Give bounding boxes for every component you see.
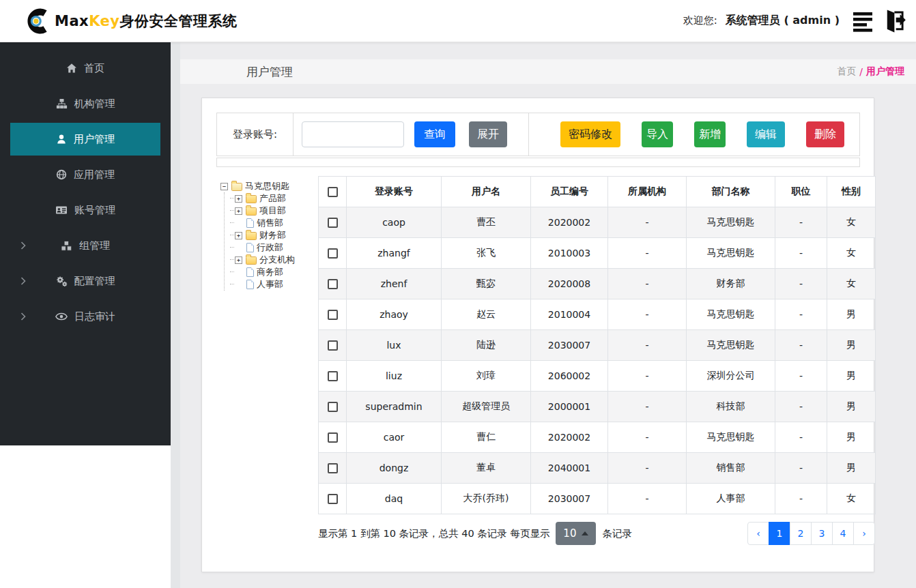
- tree-node-label: 马克思钥匙: [245, 180, 289, 192]
- table-row[interactable]: zhenf甄宓 2020008- 财务部- 女: [319, 269, 876, 299]
- page-button-3[interactable]: 3: [811, 522, 833, 545]
- sidebar-item-home[interactable]: 首页: [0, 50, 171, 86]
- sidebar-splitter: [171, 42, 180, 588]
- folder-icon: [246, 195, 257, 203]
- page-size-dropdown[interactable]: 10: [556, 522, 596, 545]
- table-row[interactable]: lux陆逊 2030007- 马克思钥匙- 男: [319, 330, 876, 361]
- table-row[interactable]: caor曹仁 2020002- 马克思钥匙- 男: [319, 422, 876, 453]
- tree-node-label: 人事部: [257, 278, 283, 291]
- file-icon: [246, 218, 254, 228]
- folder-icon: [246, 207, 257, 216]
- user-icon: [56, 134, 67, 145]
- select-all-checkbox[interactable]: [328, 187, 338, 197]
- sidebar-item-group-mgmt[interactable]: 组管理: [0, 228, 171, 263]
- sidebar-item-account-mgmt[interactable]: 账号管理: [0, 192, 171, 228]
- row-checkbox[interactable]: [328, 218, 338, 228]
- maxkey-logo-icon: [25, 8, 52, 35]
- sidebar-item-user-mgmt[interactable]: 用户管理: [10, 123, 160, 156]
- tree-node-label: 财务部: [259, 229, 286, 241]
- sidebar-item-org-mgmt[interactable]: 机构管理: [0, 86, 171, 121]
- import-button[interactable]: 导入: [642, 121, 673, 147]
- folder-icon: [246, 256, 257, 265]
- next-page-button[interactable]: ›: [853, 522, 875, 545]
- tree-node[interactable]: + 财务部: [230, 229, 318, 241]
- sidebar-item-label: 组管理: [79, 239, 110, 252]
- tree-expand-icon[interactable]: +: [235, 207, 242, 215]
- delete-button[interactable]: 删除: [806, 121, 844, 147]
- table-row[interactable]: dongz董卓 2040001- 销售部- 男: [319, 453, 876, 484]
- logout-icon[interactable]: [879, 8, 906, 34]
- row-checkbox[interactable]: [328, 248, 338, 259]
- table-row[interactable]: superadmin超级管理员 2000001- 科技部- 男: [319, 392, 876, 422]
- tree-node-label: 产品部: [259, 192, 286, 205]
- id-card-icon: [55, 205, 68, 216]
- main-content: 用户管理 首页 / 用户管理 登录账号: 查询 展开 密码修改 导入 新增 编辑…: [180, 42, 916, 588]
- tree-expand-icon[interactable]: +: [235, 256, 242, 264]
- table-row[interactable]: liuz刘璋 2060002- 深圳分公司- 男: [319, 361, 876, 392]
- tree-collapse-icon[interactable]: −: [220, 183, 228, 190]
- tree-node[interactable]: + 分支机构: [230, 254, 318, 266]
- pagination-info-suffix: 条记录: [602, 527, 632, 540]
- page-button-2[interactable]: 2: [790, 522, 812, 545]
- list-menu-icon[interactable]: [852, 9, 876, 33]
- page-button-1[interactable]: 1: [769, 522, 790, 545]
- row-checkbox[interactable]: [328, 279, 338, 289]
- sidebar-item-log-audit[interactable]: 日志审计: [0, 299, 171, 334]
- sidebar-item-label: 配置管理: [74, 275, 115, 288]
- sidebar-item-label: 首页: [84, 62, 104, 75]
- home-icon: [66, 63, 77, 74]
- folder-icon: [246, 232, 257, 240]
- action-buttons: 密码修改 导入 新增 编辑 删除: [560, 121, 859, 147]
- sidebar: 首页 机构管理 用户管理 应用管理 账号管理 组管理: [0, 42, 171, 445]
- body-row: − 马克思钥匙 + 产品部 + 项目部: [220, 176, 874, 545]
- tree-node-root[interactable]: − 马克思钥匙: [220, 180, 318, 192]
- row-checkbox[interactable]: [328, 371, 338, 381]
- table-row[interactable]: zhangf张飞 2010003- 马克思钥匙- 女: [319, 238, 876, 269]
- add-button[interactable]: 新增: [694, 121, 726, 147]
- search-toolbar: 登录账号: 查询 展开 密码修改 导入 新增 编辑 删除: [216, 113, 860, 156]
- tree-node[interactable]: 人事部: [230, 278, 318, 291]
- password-modify-button[interactable]: 密码修改: [560, 121, 620, 147]
- tree-node[interactable]: 行政部: [230, 241, 318, 254]
- breadcrumb-home-link[interactable]: 首页: [837, 65, 856, 78]
- users-table-panel: 登录账号 用户名 员工编号 所属机构 部门名称 职位 性别 caop曹丕: [318, 176, 875, 545]
- row-checkbox[interactable]: [328, 402, 338, 412]
- sidebar-item-config-mgmt[interactable]: 配置管理: [0, 263, 171, 299]
- row-checkbox[interactable]: [328, 432, 338, 443]
- login-account-input[interactable]: [302, 121, 404, 147]
- brand-title: MaxKey身份安全管理系统: [55, 12, 237, 31]
- expand-button[interactable]: 展开: [469, 121, 507, 147]
- column-header: 所属机构: [608, 177, 687, 207]
- page-button-4[interactable]: 4: [832, 522, 854, 545]
- table-row[interactable]: caop曹丕 2020002- 马克思钥匙- 女: [319, 207, 876, 238]
- tree-node[interactable]: + 项目部: [230, 205, 318, 217]
- sidebar-item-label: 日志审计: [74, 310, 115, 323]
- current-user-label: 系统管理员 ( admin ): [726, 14, 840, 28]
- tree-node[interactable]: + 产品部: [230, 192, 318, 205]
- content-card: 登录账号: 查询 展开 密码修改 导入 新增 编辑 删除 −: [201, 98, 874, 572]
- tree-node[interactable]: 销售部: [230, 217, 318, 229]
- row-checkbox[interactable]: [328, 340, 338, 351]
- tree-node[interactable]: 商务部: [230, 266, 318, 278]
- navbar-right: 欢迎您: 系统管理员 ( admin ): [683, 8, 906, 34]
- tree-expand-icon[interactable]: +: [235, 195, 242, 203]
- edit-button[interactable]: 编辑: [747, 121, 785, 147]
- row-checkbox[interactable]: [328, 463, 338, 473]
- breadcrumb-current: 用户管理: [866, 65, 904, 78]
- login-account-label: 登录账号:: [217, 128, 293, 141]
- sidebar-item-app-mgmt[interactable]: 应用管理: [0, 157, 171, 192]
- row-checkbox[interactable]: [328, 494, 338, 504]
- table-row[interactable]: daq大乔(乔玮) 2030007- 人事部- 女: [319, 484, 876, 514]
- file-icon: [246, 243, 254, 252]
- prev-page-button[interactable]: ‹: [747, 522, 769, 545]
- folder-open-icon: [231, 183, 242, 191]
- row-checkbox[interactable]: [328, 310, 338, 320]
- pagination-info: 显示第 1 到第 10 条记录，总共 40 条记录 每页显示 10 条记录: [318, 522, 632, 545]
- cubes-icon: [61, 240, 72, 252]
- collapsed-advanced-search: [216, 158, 860, 167]
- column-header: 登录账号: [347, 177, 442, 207]
- tree-expand-icon[interactable]: +: [235, 232, 242, 239]
- query-button[interactable]: 查询: [414, 121, 455, 147]
- table-row[interactable]: zhaoy赵云 2010004- 马克思钥匙- 男: [319, 299, 876, 330]
- brand: MaxKey身份安全管理系统: [25, 8, 237, 35]
